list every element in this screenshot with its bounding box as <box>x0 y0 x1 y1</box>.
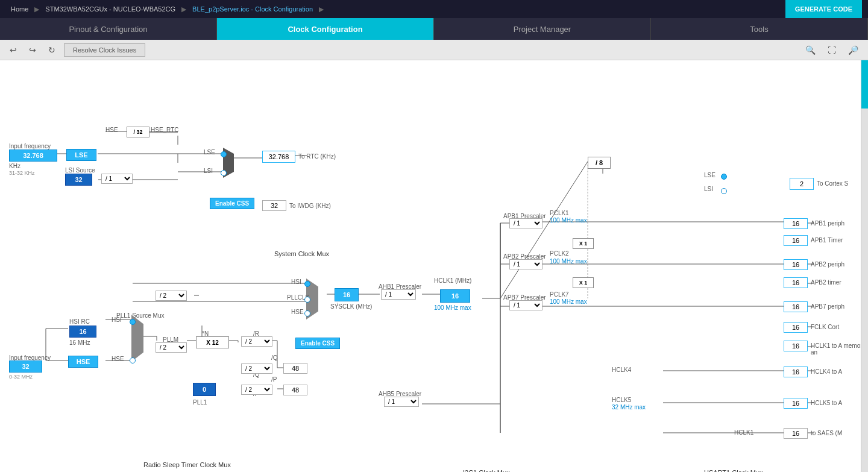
pllm-select[interactable]: / 2 <box>156 342 187 353</box>
pll1-label: PLL1 <box>193 399 207 406</box>
lse-box[interactable]: LSE <box>66 149 96 161</box>
lse-radio-1[interactable] <box>221 151 227 157</box>
apb2-timer-val[interactable]: 16 <box>784 277 808 288</box>
connection-lines <box>0 60 868 472</box>
hse-top-label: HSE <box>105 127 118 133</box>
refresh-button[interactable]: ↻ <box>45 43 59 57</box>
nav-home[interactable]: Home <box>6 5 33 13</box>
hclk1-val[interactable]: 16 <box>440 289 470 303</box>
tab-project[interactable]: Project Manager <box>434 18 651 40</box>
apb2-periph-val[interactable]: 16 <box>784 259 808 270</box>
hclk1-to-val[interactable]: 16 <box>784 341 808 351</box>
pll-n-mult[interactable]: X 12 <box>196 336 229 348</box>
hsi-pll-label: HSI <box>112 316 122 323</box>
pll1-n-val[interactable]: 0 <box>193 383 216 396</box>
hsi-rc-box[interactable]: 16 <box>69 326 96 338</box>
div8-box[interactable]: / 8 <box>588 157 611 169</box>
apb7-periph-label: APB7 periph <box>811 303 844 310</box>
lse-cortex-radio[interactable] <box>721 174 727 180</box>
iwdg-value[interactable]: 32 <box>262 200 286 211</box>
hse-sys-radio[interactable] <box>304 310 310 316</box>
nav-file[interactable]: BLE_p2pServer.ioc - Clock Configuration <box>187 5 318 13</box>
hclk1-bottom-val[interactable]: 16 <box>784 428 808 439</box>
lsi-mux-label: LSI <box>204 168 213 174</box>
sysclk-label: SYSCLK (MHz) <box>330 303 372 310</box>
redo-button[interactable]: ↪ <box>25 43 40 57</box>
enable-css-2-button[interactable]: Enable CSS <box>295 338 340 349</box>
hclk4-val[interactable]: 16 <box>784 367 808 377</box>
radio-mux-label: Radio Sleep Timer Clock Mux <box>143 461 231 468</box>
hse-box[interactable]: HSE <box>68 356 98 368</box>
apb2-select[interactable]: / 1 <box>509 259 542 269</box>
x1-2-box[interactable]: X 1 <box>573 277 594 288</box>
pclk2-label: PCLK2 <box>550 250 569 257</box>
nav-arrow-3: ▶ <box>319 5 324 13</box>
lsi-cortex-radio[interactable] <box>721 188 727 194</box>
input-freq-1-range: 31-32 KHz <box>9 170 35 176</box>
pll1q-value[interactable]: 48 <box>283 363 307 374</box>
apb7-periph-val[interactable]: 16 <box>784 301 808 312</box>
iwdg-label: To IWDG (KHz) <box>289 203 331 209</box>
vertical-scrollbar[interactable] <box>861 60 868 472</box>
hclk4-label: HCLK4 <box>612 367 631 373</box>
pll1p-value[interactable]: 48 <box>283 385 307 395</box>
undo-button[interactable]: ↩ <box>6 43 20 57</box>
pclk7-label: PCLK7 <box>550 291 569 298</box>
hclk1-max: 100 MHz max <box>434 304 471 311</box>
hsi-rc-label: HSI RC <box>69 318 90 325</box>
apb1-periph-val[interactable]: 16 <box>784 218 808 229</box>
lsi-div-select[interactable]: / 1 <box>101 174 133 184</box>
zoom-out-button[interactable]: 🔎 <box>844 43 862 57</box>
x1-1-box[interactable]: X 1 <box>573 238 594 249</box>
pll-p-select[interactable]: / 2 <box>241 385 272 395</box>
hclk5-val[interactable]: 16 <box>784 398 808 409</box>
nav-arrow-2: ▶ <box>181 5 186 13</box>
zoom-in-button[interactable]: 🔍 <box>802 43 819 57</box>
rtc-label: To RTC (KHz) <box>298 153 336 160</box>
pllclk-sys-radio[interactable] <box>304 297 310 303</box>
tab-clock[interactable]: Clock Configuration <box>217 18 434 40</box>
hclk1-bottom-label: HCLK1 <box>734 429 753 436</box>
hsi-sys-label: HSI <box>291 278 301 285</box>
cortex-value[interactable]: 2 <box>790 178 814 190</box>
pll1q-label: /Q <box>271 354 278 361</box>
input-freq-1-value[interactable]: 32.768 <box>9 149 57 162</box>
lse-cortex-label: LSE <box>704 172 715 178</box>
enable-css-1-button[interactable]: Enable CSS <box>210 198 254 209</box>
fclk-val[interactable]: 16 <box>784 322 808 333</box>
hsi-rc-freq: 16 MHz <box>69 339 90 346</box>
apb1-select[interactable]: / 1 <box>509 218 542 228</box>
pll-r-select[interactable]: / 2 <box>241 336 272 347</box>
apb2-periph-label: APB2 periph <box>811 261 844 268</box>
pll-div2-1[interactable]: / 2 <box>156 291 187 301</box>
apb1-timer-label: APB1 Timer <box>811 237 843 244</box>
sysclk-val[interactable]: 16 <box>335 288 359 301</box>
ahb5-select[interactable]: / 1 <box>384 397 419 407</box>
hsi-sys-radio[interactable] <box>304 281 310 287</box>
fullscreen-button[interactable]: ⛶ <box>824 43 840 57</box>
resolve-clock-button[interactable]: Resolve Clock Issues <box>64 43 145 57</box>
hse-pll-label: HSE <box>112 356 124 362</box>
rtc-value[interactable]: 32.768 <box>262 151 295 163</box>
tab-tools[interactable]: Tools <box>651 18 868 40</box>
hse-sys-label: HSE <box>291 309 304 315</box>
input-freq-2-value[interactable]: 32 <box>9 360 42 373</box>
apb1-periph-label: APB1 periph <box>811 220 844 227</box>
tab-pinout[interactable]: Pinout & Configuration <box>0 18 217 40</box>
ahb1-select[interactable]: / 1 <box>381 289 416 300</box>
pll-q-select[interactable]: / 2 <box>241 363 272 374</box>
div32-box[interactable]: / 32 <box>127 127 149 137</box>
generate-code-button[interactable]: GENERATE CODE <box>785 0 862 18</box>
nav-board[interactable]: STM32WBA52CGUx - NUCLEO-WBA52CG <box>40 5 180 13</box>
hse-mux-radio[interactable] <box>130 357 136 363</box>
apb1-timer-val[interactable]: 16 <box>784 235 808 246</box>
cortex-label: To Cortex S <box>817 180 848 187</box>
usart1-mux-label: USART1 Clock Mux <box>704 469 763 472</box>
hsi-mux-radio[interactable] <box>130 319 136 325</box>
apb7-select[interactable]: / 1 <box>509 300 542 310</box>
lsi-radio-1[interactable] <box>221 170 227 176</box>
nav-arrow-1: ▶ <box>34 5 39 13</box>
input-freq-1-label: Input frequency <box>9 143 51 149</box>
scrollbar-thumb[interactable] <box>861 60 868 109</box>
lsi-source-box[interactable]: 32 <box>65 174 92 186</box>
